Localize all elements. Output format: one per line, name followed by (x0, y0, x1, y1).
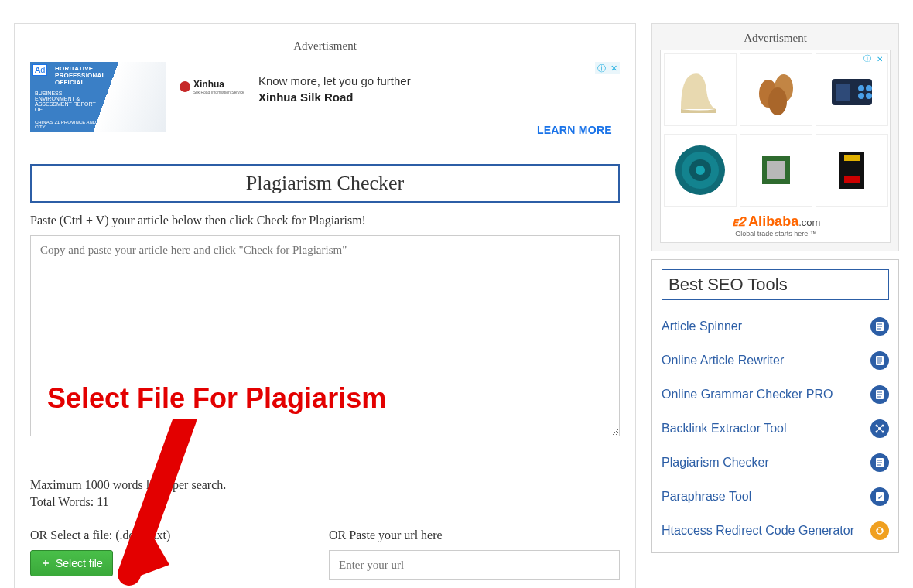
main-panel: Advertisment Ad HORITATIVE PROFESSIONAL … (14, 23, 636, 588)
ad-copy: Know more, let you go further Xinhua Sil… (258, 74, 411, 104)
word-limit-text: Maximum 1000 words limit per search. (30, 477, 620, 494)
ad-close-icon[interactable]: ✕ (874, 53, 885, 64)
svg-rect-4 (836, 84, 850, 101)
tool-row: Online Grammar Checker PRO (662, 378, 889, 412)
ad-close-icon[interactable]: ✕ (607, 62, 620, 74)
doc-icon (870, 351, 889, 370)
svg-rect-14 (767, 161, 785, 179)
sidebar-ad-label: Advertisment (660, 32, 891, 45)
svg-rect-21 (876, 356, 884, 365)
product-thumb[interactable] (740, 53, 812, 126)
ad-info-icons: ⓘ ✕ (595, 62, 620, 74)
tool-row: Htaccess Redirect Code Generator (662, 514, 889, 548)
url-input[interactable] (329, 550, 620, 580)
adchoices-icon[interactable]: ⓘ (595, 62, 607, 74)
svg-point-6 (866, 85, 872, 91)
product-thumb[interactable] (740, 134, 812, 207)
word-count-value: 11 (97, 495, 108, 508)
product-thumb[interactable] (816, 53, 888, 126)
svg-rect-16 (844, 176, 860, 183)
instruction-text: Paste (Ctrl + V) your article below then… (30, 214, 620, 227)
page-title: Plagiarism Checker (30, 164, 620, 203)
tool-row: Backlink Extractor Tool (662, 412, 889, 446)
svg-rect-15 (844, 155, 860, 161)
seo-tools-box: Best SEO Tools Article SpinnerOnline Art… (651, 259, 899, 553)
redir-icon (870, 521, 889, 540)
word-count-line: Total Words: 11 (30, 494, 620, 511)
ad-banner[interactable]: Ad HORITATIVE PROFESSIONAL OFFICIAL BUSI… (30, 62, 620, 136)
product-thumb[interactable] (816, 134, 888, 207)
svg-point-7 (858, 93, 864, 99)
tool-row: Online Article Rewriter (662, 344, 889, 378)
sidebar: Advertisment ⓘ ✕ ᴇᒿ Ali (651, 23, 899, 588)
page-icon (870, 385, 889, 404)
page-icon (870, 453, 889, 472)
sidebar-ad[interactable]: ⓘ ✕ ᴇᒿ Alibaba.com Global trade starts (660, 50, 891, 243)
svg-point-12 (696, 166, 705, 175)
ad-thumb-text: HORITATIVE PROFESSIONAL OFFICIAL BUSINES… (35, 65, 98, 129)
select-file-button[interactable]: ＋ Select file (30, 550, 113, 576)
svg-point-2 (768, 87, 787, 115)
pencil-icon (870, 487, 889, 506)
ad-thumbnail: Ad HORITATIVE PROFESSIONAL OFFICIAL BUSI… (30, 62, 166, 132)
tool-link[interactable]: Htaccess Redirect Code Generator (662, 523, 870, 538)
product-thumb[interactable] (664, 53, 737, 126)
page-icon (870, 317, 889, 336)
alibaba-logo: ᴇᒿ Alibaba.com Global trade starts here.… (661, 210, 891, 242)
tool-link[interactable]: Backlink Extractor Tool (662, 421, 870, 436)
ad-cta[interactable]: LEARN MORE (537, 124, 612, 136)
tool-link[interactable]: Plagiarism Checker (662, 455, 870, 470)
article-textarea[interactable] (30, 235, 620, 436)
tool-row: Article Spinner (662, 309, 889, 344)
product-thumb[interactable] (664, 134, 737, 207)
tool-row: Paraphrase Tool (662, 480, 889, 514)
svg-point-8 (866, 93, 872, 99)
adchoices-icon[interactable]: ⓘ (862, 53, 873, 64)
tools-heading: Best SEO Tools (662, 269, 889, 300)
tool-row: Plagiarism Checker (662, 446, 889, 480)
ad-brand: Xinhua Silk Road Information Service (180, 79, 244, 94)
url-input-label: OR Paste your url here (329, 528, 620, 542)
ad-label: Advertisment (30, 39, 620, 53)
tool-link[interactable]: Article Spinner (662, 319, 870, 334)
net-icon (870, 419, 889, 438)
limits-block: Maximum 1000 words limit per search. Tot… (30, 477, 620, 511)
tool-link[interactable]: Online Article Rewriter (662, 353, 870, 368)
tool-link[interactable]: Paraphrase Tool (662, 489, 870, 504)
plus-icon: ＋ (40, 556, 51, 570)
file-select-label: OR Select a file: (.docx/.txt) (30, 528, 321, 542)
tool-link[interactable]: Online Grammar Checker PRO (662, 387, 870, 402)
xinhua-logo-icon (180, 81, 190, 92)
sidebar-ad-box: Advertisment ⓘ ✕ ᴇᒿ Ali (651, 23, 899, 251)
svg-point-5 (858, 85, 864, 91)
